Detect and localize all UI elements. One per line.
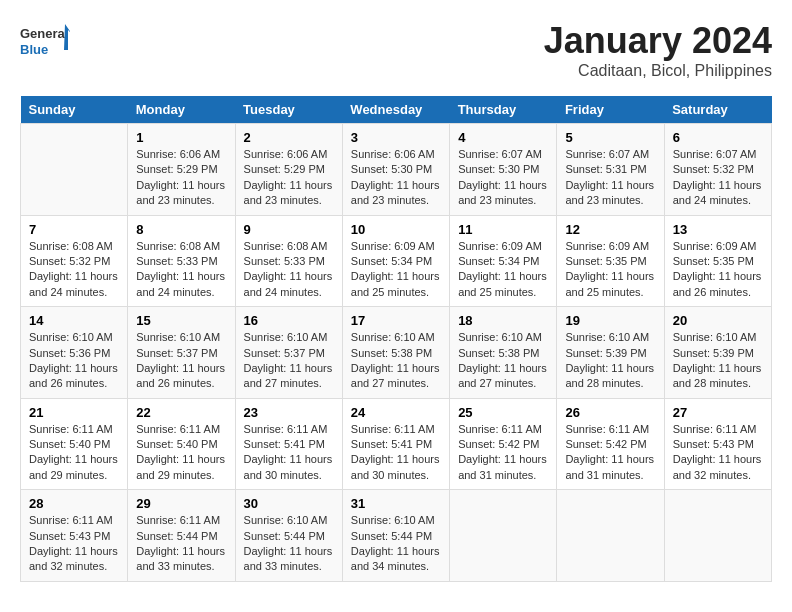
svg-text:Blue: Blue [20, 42, 48, 57]
day-info: Sunrise: 6:06 AMSunset: 5:30 PMDaylight:… [351, 148, 440, 206]
day-number: 18 [458, 313, 548, 328]
calendar-cell: 10 Sunrise: 6:09 AMSunset: 5:34 PMDaylig… [342, 215, 449, 307]
calendar-week-row: 21 Sunrise: 6:11 AMSunset: 5:40 PMDaylig… [21, 398, 772, 490]
calendar-cell: 14 Sunrise: 6:10 AMSunset: 5:36 PMDaylig… [21, 307, 128, 399]
day-info: Sunrise: 6:11 AMSunset: 5:40 PMDaylight:… [29, 423, 118, 481]
day-number: 29 [136, 496, 226, 511]
day-number: 15 [136, 313, 226, 328]
calendar-cell: 13 Sunrise: 6:09 AMSunset: 5:35 PMDaylig… [664, 215, 771, 307]
calendar-week-row: 14 Sunrise: 6:10 AMSunset: 5:36 PMDaylig… [21, 307, 772, 399]
calendar-cell: 2 Sunrise: 6:06 AMSunset: 5:29 PMDayligh… [235, 124, 342, 216]
day-info: Sunrise: 6:11 AMSunset: 5:42 PMDaylight:… [565, 423, 654, 481]
day-number: 3 [351, 130, 441, 145]
day-info: Sunrise: 6:09 AMSunset: 5:34 PMDaylight:… [458, 240, 547, 298]
day-number: 26 [565, 405, 655, 420]
day-number: 23 [244, 405, 334, 420]
day-number: 2 [244, 130, 334, 145]
calendar-cell [450, 490, 557, 582]
day-number: 10 [351, 222, 441, 237]
day-info: Sunrise: 6:08 AMSunset: 5:32 PMDaylight:… [29, 240, 118, 298]
day-number: 24 [351, 405, 441, 420]
calendar-cell: 9 Sunrise: 6:08 AMSunset: 5:33 PMDayligh… [235, 215, 342, 307]
day-number: 6 [673, 130, 763, 145]
day-number: 9 [244, 222, 334, 237]
calendar-cell: 17 Sunrise: 6:10 AMSunset: 5:38 PMDaylig… [342, 307, 449, 399]
calendar-day-header: Wednesday [342, 96, 449, 124]
calendar-cell: 20 Sunrise: 6:10 AMSunset: 5:39 PMDaylig… [664, 307, 771, 399]
day-info: Sunrise: 6:11 AMSunset: 5:42 PMDaylight:… [458, 423, 547, 481]
day-info: Sunrise: 6:11 AMSunset: 5:41 PMDaylight:… [351, 423, 440, 481]
calendar-cell: 3 Sunrise: 6:06 AMSunset: 5:30 PMDayligh… [342, 124, 449, 216]
day-info: Sunrise: 6:08 AMSunset: 5:33 PMDaylight:… [244, 240, 333, 298]
day-info: Sunrise: 6:06 AMSunset: 5:29 PMDaylight:… [136, 148, 225, 206]
day-number: 17 [351, 313, 441, 328]
calendar-cell: 26 Sunrise: 6:11 AMSunset: 5:42 PMDaylig… [557, 398, 664, 490]
logo: General Blue [20, 20, 70, 64]
calendar-cell: 31 Sunrise: 6:10 AMSunset: 5:44 PMDaylig… [342, 490, 449, 582]
svg-text:General: General [20, 26, 68, 41]
page-header: General Blue January 2024 Caditaan, Bico… [20, 20, 772, 80]
calendar-cell: 16 Sunrise: 6:10 AMSunset: 5:37 PMDaylig… [235, 307, 342, 399]
calendar-table: SundayMondayTuesdayWednesdayThursdayFrid… [20, 96, 772, 582]
calendar-cell [664, 490, 771, 582]
day-info: Sunrise: 6:10 AMSunset: 5:38 PMDaylight:… [351, 331, 440, 389]
calendar-cell: 27 Sunrise: 6:11 AMSunset: 5:43 PMDaylig… [664, 398, 771, 490]
day-info: Sunrise: 6:09 AMSunset: 5:35 PMDaylight:… [673, 240, 762, 298]
calendar-day-header: Sunday [21, 96, 128, 124]
page-title: January 2024 [544, 20, 772, 62]
day-number: 16 [244, 313, 334, 328]
day-info: Sunrise: 6:06 AMSunset: 5:29 PMDaylight:… [244, 148, 333, 206]
calendar-day-header: Saturday [664, 96, 771, 124]
day-info: Sunrise: 6:10 AMSunset: 5:44 PMDaylight:… [244, 514, 333, 572]
day-number: 7 [29, 222, 119, 237]
day-info: Sunrise: 6:10 AMSunset: 5:36 PMDaylight:… [29, 331, 118, 389]
day-number: 31 [351, 496, 441, 511]
day-number: 25 [458, 405, 548, 420]
calendar-day-header: Thursday [450, 96, 557, 124]
calendar-cell: 4 Sunrise: 6:07 AMSunset: 5:30 PMDayligh… [450, 124, 557, 216]
day-number: 20 [673, 313, 763, 328]
calendar-cell: 8 Sunrise: 6:08 AMSunset: 5:33 PMDayligh… [128, 215, 235, 307]
calendar-cell: 12 Sunrise: 6:09 AMSunset: 5:35 PMDaylig… [557, 215, 664, 307]
logo-svg: General Blue [20, 20, 70, 64]
day-info: Sunrise: 6:10 AMSunset: 5:38 PMDaylight:… [458, 331, 547, 389]
day-number: 8 [136, 222, 226, 237]
day-number: 13 [673, 222, 763, 237]
calendar-cell: 5 Sunrise: 6:07 AMSunset: 5:31 PMDayligh… [557, 124, 664, 216]
page-subtitle: Caditaan, Bicol, Philippines [544, 62, 772, 80]
day-number: 27 [673, 405, 763, 420]
calendar-day-header: Friday [557, 96, 664, 124]
day-number: 5 [565, 130, 655, 145]
calendar-cell: 1 Sunrise: 6:06 AMSunset: 5:29 PMDayligh… [128, 124, 235, 216]
day-info: Sunrise: 6:10 AMSunset: 5:39 PMDaylight:… [673, 331, 762, 389]
calendar-cell [557, 490, 664, 582]
svg-marker-2 [64, 24, 70, 50]
day-info: Sunrise: 6:10 AMSunset: 5:37 PMDaylight:… [136, 331, 225, 389]
day-number: 19 [565, 313, 655, 328]
calendar-week-row: 28 Sunrise: 6:11 AMSunset: 5:43 PMDaylig… [21, 490, 772, 582]
calendar-cell [21, 124, 128, 216]
calendar-cell: 6 Sunrise: 6:07 AMSunset: 5:32 PMDayligh… [664, 124, 771, 216]
calendar-cell: 22 Sunrise: 6:11 AMSunset: 5:40 PMDaylig… [128, 398, 235, 490]
day-info: Sunrise: 6:07 AMSunset: 5:30 PMDaylight:… [458, 148, 547, 206]
day-number: 21 [29, 405, 119, 420]
calendar-cell: 25 Sunrise: 6:11 AMSunset: 5:42 PMDaylig… [450, 398, 557, 490]
day-info: Sunrise: 6:09 AMSunset: 5:34 PMDaylight:… [351, 240, 440, 298]
day-info: Sunrise: 6:10 AMSunset: 5:39 PMDaylight:… [565, 331, 654, 389]
calendar-cell: 21 Sunrise: 6:11 AMSunset: 5:40 PMDaylig… [21, 398, 128, 490]
calendar-day-header: Monday [128, 96, 235, 124]
day-info: Sunrise: 6:08 AMSunset: 5:33 PMDaylight:… [136, 240, 225, 298]
day-info: Sunrise: 6:07 AMSunset: 5:32 PMDaylight:… [673, 148, 762, 206]
day-info: Sunrise: 6:07 AMSunset: 5:31 PMDaylight:… [565, 148, 654, 206]
calendar-week-row: 1 Sunrise: 6:06 AMSunset: 5:29 PMDayligh… [21, 124, 772, 216]
title-area: January 2024 Caditaan, Bicol, Philippine… [544, 20, 772, 80]
day-info: Sunrise: 6:11 AMSunset: 5:43 PMDaylight:… [673, 423, 762, 481]
day-info: Sunrise: 6:09 AMSunset: 5:35 PMDaylight:… [565, 240, 654, 298]
day-info: Sunrise: 6:10 AMSunset: 5:37 PMDaylight:… [244, 331, 333, 389]
calendar-day-header: Tuesday [235, 96, 342, 124]
day-number: 30 [244, 496, 334, 511]
calendar-header-row: SundayMondayTuesdayWednesdayThursdayFrid… [21, 96, 772, 124]
calendar-cell: 11 Sunrise: 6:09 AMSunset: 5:34 PMDaylig… [450, 215, 557, 307]
day-number: 22 [136, 405, 226, 420]
calendar-cell: 28 Sunrise: 6:11 AMSunset: 5:43 PMDaylig… [21, 490, 128, 582]
